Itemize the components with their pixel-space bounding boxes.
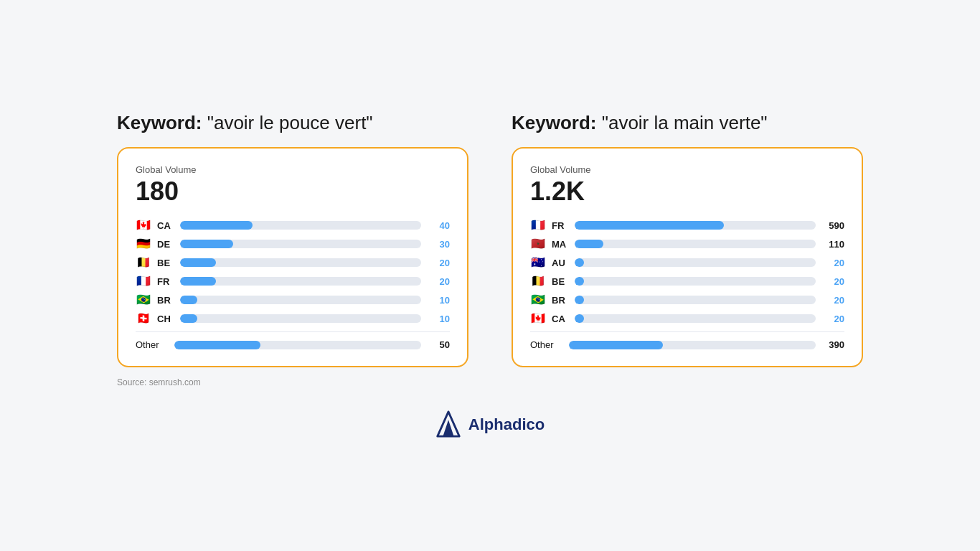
bar-track-ca [180,221,421,230]
bar-value-be-2: 20 [821,276,844,287]
alphadico-logo-icon [435,410,461,439]
bar-track-other-1 [174,341,421,349]
bar-fill-ca [180,221,253,230]
bar-value-br-2: 20 [821,295,844,306]
country-de: DE [157,239,174,250]
card-1: Global Volume 180 🇨🇦 CA 40 🇩🇪 DE 30 🇧🇪 [117,147,468,367]
card-2: Global Volume 1.2K 🇫🇷 FR 590 🇲🇦 MA 110 🇦… [512,147,863,367]
other-row-2: Other 390 [530,339,844,350]
bar-row-br-2: 🇧🇷 BR 20 [530,294,844,306]
bar-value-br: 10 [427,295,450,306]
flag-br-2: 🇧🇷 [530,294,546,306]
bar-row-fr-2: 🇫🇷 FR 590 [530,220,844,231]
flag-fr: 🇫🇷 [136,276,151,287]
bar-row-ca-2: 🇨🇦 CA 20 [530,313,844,324]
bar-track-fr-2 [575,221,816,230]
flag-be-2: 🇧🇪 [530,276,546,287]
global-volume-value-2: 1.2K [530,176,844,207]
bar-fill-br [180,296,197,304]
bar-value-fr-2: 590 [821,220,844,231]
bar-value-other-2: 390 [821,339,844,350]
alphadico-logo-text: Alphadico [468,415,545,434]
bar-row-br: 🇧🇷 BR 10 [136,294,450,306]
flag-ch: 🇨🇭 [136,313,151,324]
bar-track-ca-2 [575,314,816,323]
bar-track-ma [575,240,816,248]
keyword-title-1: Keyword: "avoir le pouce vert" [117,112,373,134]
country-ca-2: CA [552,314,569,324]
bar-track-fr [180,277,421,286]
other-label-1: Other [136,339,169,350]
bar-value-de: 30 [427,239,450,250]
country-be: BE [157,258,174,268]
flag-br: 🇧🇷 [136,294,151,306]
bar-row-be: 🇧🇪 BE 20 [136,257,450,268]
flag-ma: 🇲🇦 [530,238,546,250]
bar-value-fr: 20 [427,276,450,287]
bar-value-au: 20 [821,258,844,268]
keyword-title-2: Keyword: "avoir la main verte" [512,112,768,134]
bar-fill-fr-2 [575,221,724,230]
bar-track-be-2 [575,277,816,286]
bar-track-de [180,240,421,248]
keyword-phrase-2: "avoir la main verte" [596,112,767,133]
bar-track-br [180,296,421,304]
bar-row-de: 🇩🇪 DE 30 [136,238,450,250]
cards-row: Keyword: "avoir le pouce vert" Global Vo… [43,112,937,387]
country-br-2: BR [552,295,569,306]
bar-track-be [180,258,421,267]
bar-row-be-2: 🇧🇪 BE 20 [530,276,844,287]
country-fr-2: FR [552,220,569,231]
bar-fill-au [575,258,584,267]
bar-value-ca: 40 [427,220,450,231]
country-be-2: BE [552,276,569,287]
divider-1 [136,331,450,332]
bar-track-br-2 [575,296,816,304]
keyword-section-2: Keyword: "avoir la main verte" Global Vo… [512,112,863,367]
footer-logo: Alphadico [435,410,545,439]
bar-fill-de [180,240,233,248]
keyword-section-1: Keyword: "avoir le pouce vert" Global Vo… [117,112,468,387]
keyword-bold-1: Keyword: [117,112,202,133]
divider-2 [530,331,844,332]
source-text: Source: semrush.com [117,377,201,387]
flag-fr-2: 🇫🇷 [530,220,546,231]
bar-fill-fr [180,277,216,286]
bar-track-ch [180,314,421,323]
keyword-bold-2: Keyword: [512,112,596,133]
bar-row-fr: 🇫🇷 FR 20 [136,276,450,287]
bar-value-ca-2: 20 [821,314,844,324]
bar-fill-be [180,258,216,267]
flag-de: 🇩🇪 [136,238,151,250]
global-volume-value-1: 180 [136,176,450,207]
global-volume-label-2: Global Volume [530,164,844,175]
country-ch: CH [157,314,174,324]
flag-be: 🇧🇪 [136,257,151,268]
flag-ca: 🇨🇦 [136,220,151,231]
other-row-1: Other 50 [136,339,450,350]
flag-ca-2: 🇨🇦 [530,313,546,324]
global-volume-label-1: Global Volume [136,164,450,175]
bar-fill-other-2 [569,341,663,349]
bar-track-other-2 [569,341,816,349]
bar-row-ca: 🇨🇦 CA 40 [136,220,450,231]
keyword-phrase-1: "avoir le pouce vert" [202,112,372,133]
bar-track-au [575,258,816,267]
bar-row-ch: 🇨🇭 CH 10 [136,313,450,324]
bar-fill-ca-2 [575,314,584,323]
bar-fill-ch [180,314,197,323]
bar-fill-other-1 [174,341,260,349]
country-br: BR [157,295,174,306]
bar-value-ch: 10 [427,314,450,324]
bar-value-ma: 110 [821,239,844,250]
bar-row-au: 🇦🇺 AU 20 [530,257,844,268]
other-label-2: Other [530,339,563,350]
bar-fill-be-2 [575,277,584,286]
bar-value-be: 20 [427,258,450,268]
country-ca: CA [157,220,174,231]
bar-value-other-1: 50 [427,339,450,350]
country-ma: MA [552,239,569,250]
country-au: AU [552,258,569,268]
bar-fill-ma [575,240,603,248]
flag-au: 🇦🇺 [530,257,546,268]
